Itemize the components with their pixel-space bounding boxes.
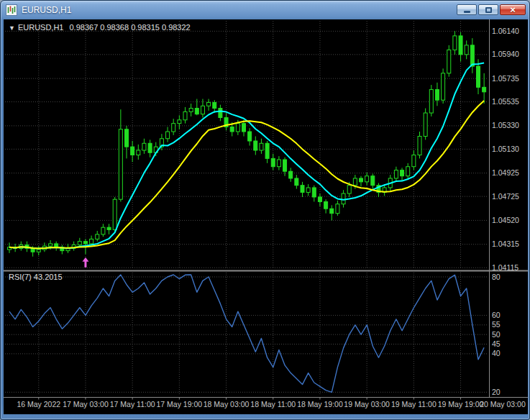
svg-text:18 May 19:00: 18 May 19:00: [297, 400, 343, 408]
svg-text:17 May 19:00: 17 May 19:00: [157, 400, 203, 408]
svg-text:50: 50: [492, 330, 501, 339]
svg-text:18 May 03:00: 18 May 03:00: [204, 400, 250, 408]
svg-text:19 May 11:00: 19 May 11:00: [391, 400, 437, 408]
svg-text:19 May 03:00: 19 May 03:00: [344, 400, 390, 408]
chart-window-icon: [6, 4, 17, 16]
time-axis[interactable]: 16 May 202217 May 03:0017 May 11:0017 Ma…: [17, 398, 526, 409]
svg-text:1.05330: 1.05330: [492, 121, 519, 129]
minimize-icon: [464, 11, 470, 13]
candles: [8, 31, 486, 256]
svg-text:45: 45: [492, 339, 501, 348]
candlestick-chart[interactable]: 1.061401.059401.057351.055351.053301.051…: [4, 19, 528, 414]
ohlc-header: ▼EURUSD,H10.98367 0.98368 0.98315 0.9832…: [9, 23, 191, 32]
ohlc-values: 0.98367 0.98368 0.98315 0.98322: [70, 23, 191, 32]
chart-window: EURUSD,H1 × 1.061401.059401.057351.05535…: [0, 0, 530, 420]
ma-slow-line: [9, 101, 484, 248]
svg-text:60: 60: [492, 311, 501, 319]
svg-text:18 May 11:00: 18 May 11:00: [250, 400, 296, 408]
window-titlebar[interactable]: EURUSD,H1 ×: [1, 1, 529, 19]
svg-text:1.05535: 1.05535: [492, 97, 519, 106]
price-axis[interactable]: 1.061401.059401.057351.055351.053301.051…: [492, 27, 519, 272]
grid: [5, 21, 487, 396]
svg-text:1.05735: 1.05735: [492, 74, 519, 83]
window-title: EURUSD,H1: [22, 5, 71, 15]
rsi-line: [9, 275, 484, 392]
svg-text:16 May 2022: 16 May 2022: [17, 400, 60, 408]
svg-text:1.04925: 1.04925: [492, 168, 519, 177]
symbol-timeframe-label: EURUSD,H1: [18, 23, 64, 32]
svg-text:19 May 19:00: 19 May 19:00: [438, 400, 484, 408]
close-icon: ×: [510, 5, 516, 14]
svg-text:55: 55: [492, 320, 501, 329]
svg-text:40: 40: [492, 349, 501, 357]
svg-text:1.05940: 1.05940: [492, 50, 519, 58]
svg-text:80: 80: [492, 273, 501, 281]
restore-button[interactable]: [478, 4, 498, 15]
svg-text:1.04115: 1.04115: [492, 263, 518, 272]
svg-text:1.04520: 1.04520: [492, 216, 519, 224]
restore-icon: [485, 7, 492, 13]
rsi-indicator-label: RSI(7) 43.2015: [9, 273, 63, 281]
chart-client-area: 1.061401.059401.057351.055351.053301.051…: [4, 19, 528, 414]
svg-text:1.04315: 1.04315: [492, 239, 519, 248]
svg-text:17 May 03:00: 17 May 03:00: [63, 400, 109, 408]
svg-text:1.06140: 1.06140: [492, 27, 519, 35]
close-button[interactable]: ×: [500, 4, 526, 15]
svg-text:20: 20: [492, 388, 501, 396]
svg-text:1.05130: 1.05130: [492, 145, 519, 153]
svg-text:1.04725: 1.04725: [492, 192, 519, 201]
collapse-arrow-icon[interactable]: ▼: [9, 24, 15, 32]
window-controls: ×: [455, 4, 526, 15]
up-arrow-icon: [82, 257, 88, 268]
buy-arrow-marker: [82, 257, 88, 268]
rsi-axis[interactable]: 80605550454020: [492, 273, 501, 396]
svg-text:17 May 11:00: 17 May 11:00: [110, 400, 155, 408]
svg-text:20 May 03:00: 20 May 03:00: [480, 400, 526, 408]
minimize-button[interactable]: [457, 4, 477, 15]
